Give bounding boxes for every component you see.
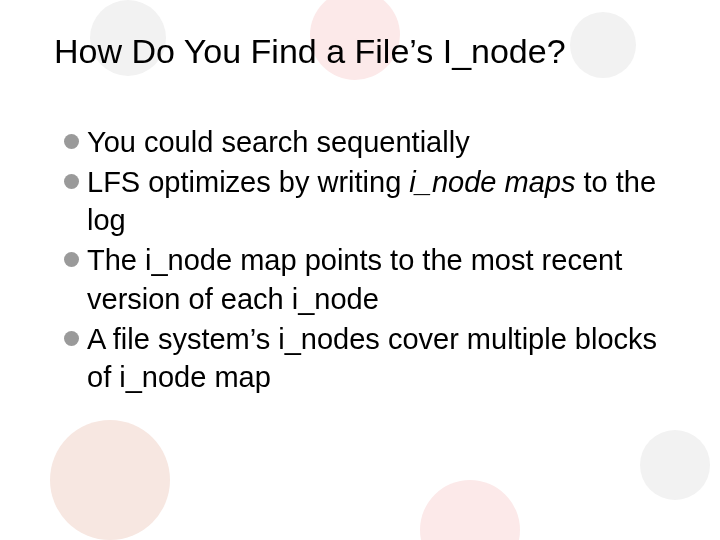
slide-content: How Do You Find a File’s I_node? You cou… (0, 0, 720, 396)
list-item: A file system’s i_nodes cover multiple b… (64, 320, 670, 397)
bullet-icon (64, 174, 79, 189)
bullet-icon (64, 252, 79, 267)
list-item-text: You could search sequentially (87, 123, 670, 161)
bullet-icon (64, 134, 79, 149)
bullet-list: You could search sequentially LFS optimi… (54, 123, 670, 397)
bg-circle-icon (50, 420, 170, 540)
list-item: You could search sequentially (64, 123, 670, 161)
list-item-text: A file system’s i_nodes cover multiple b… (87, 320, 670, 397)
list-item-text: The i_node map points to the most recent… (87, 241, 670, 318)
list-item-text: LFS optimizes by writing i_node maps to … (87, 163, 670, 240)
slide-title: How Do You Find a File’s I_node? (54, 30, 670, 73)
bg-circle-icon (640, 430, 710, 500)
bullet-icon (64, 331, 79, 346)
bg-circle-icon (420, 480, 520, 540)
list-item: LFS optimizes by writing i_node maps to … (64, 163, 670, 240)
list-item: The i_node map points to the most recent… (64, 241, 670, 318)
